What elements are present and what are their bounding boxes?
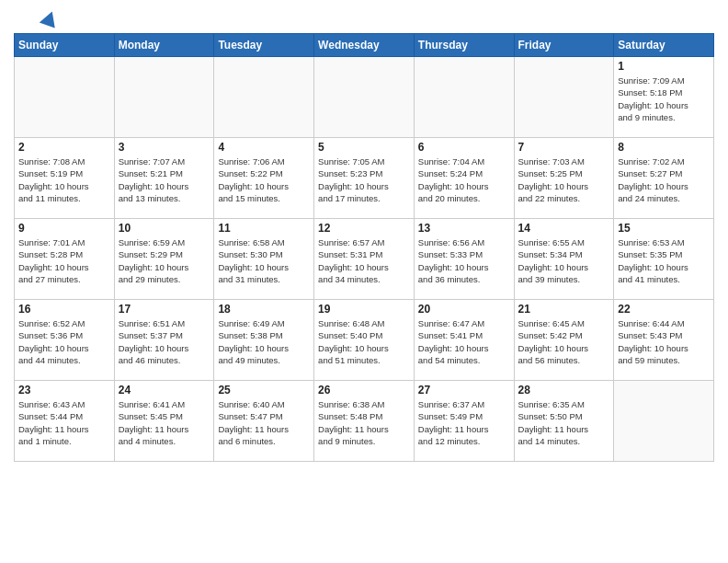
day-info: Sunrise: 6:49 AM Sunset: 5:38 PM Dayligh… [218,317,310,366]
day-info: Sunrise: 6:56 AM Sunset: 5:33 PM Dayligh… [418,236,510,285]
calendar-cell: 25Sunrise: 6:40 AM Sunset: 5:47 PM Dayli… [214,381,314,462]
calendar-week-2: 9Sunrise: 7:01 AM Sunset: 5:28 PM Daylig… [15,219,714,300]
day-number: 23 [18,384,110,396]
day-number: 9 [18,222,110,235]
weekday-header-saturday: Saturday [614,34,714,57]
weekday-header-wednesday: Wednesday [314,34,415,57]
day-number: 4 [218,141,310,154]
calendar-cell: 4Sunrise: 7:06 AM Sunset: 5:22 PM Daylig… [214,138,314,219]
day-info: Sunrise: 6:44 AM Sunset: 5:43 PM Dayligh… [618,317,710,366]
calendar-cell: 26Sunrise: 6:38 AM Sunset: 5:48 PM Dayli… [314,381,415,462]
day-number: 26 [318,384,410,396]
day-info: Sunrise: 6:53 AM Sunset: 5:35 PM Dayligh… [618,236,710,285]
calendar-cell: 3Sunrise: 7:07 AM Sunset: 5:21 PM Daylig… [114,138,214,219]
calendar-cell: 28Sunrise: 6:35 AM Sunset: 5:50 PM Dayli… [514,381,614,462]
calendar-header-row: SundayMondayTuesdayWednesdayThursdayFrid… [15,34,714,57]
calendar-cell: 11Sunrise: 6:58 AM Sunset: 5:30 PM Dayli… [214,219,314,300]
day-info: Sunrise: 6:38 AM Sunset: 5:48 PM Dayligh… [318,398,410,447]
logo [14,13,58,26]
calendar-cell [614,381,714,462]
calendar-cell: 10Sunrise: 6:59 AM Sunset: 5:29 PM Dayli… [114,219,214,300]
day-info: Sunrise: 6:40 AM Sunset: 5:47 PM Dayligh… [218,398,310,447]
calendar-cell: 16Sunrise: 6:52 AM Sunset: 5:36 PM Dayli… [15,300,115,381]
day-info: Sunrise: 7:02 AM Sunset: 5:27 PM Dayligh… [618,155,710,204]
day-info: Sunrise: 7:05 AM Sunset: 5:23 PM Dayligh… [318,155,410,204]
calendar-week-3: 16Sunrise: 6:52 AM Sunset: 5:36 PM Dayli… [15,300,714,381]
calendar-cell: 14Sunrise: 6:55 AM Sunset: 5:34 PM Dayli… [514,219,614,300]
weekday-header-thursday: Thursday [414,34,514,57]
day-number: 15 [618,222,710,235]
calendar-cell: 18Sunrise: 6:49 AM Sunset: 5:38 PM Dayli… [214,300,314,381]
calendar-week-0: 1Sunrise: 7:09 AM Sunset: 5:18 PM Daylig… [15,57,714,138]
calendar-cell: 6Sunrise: 7:04 AM Sunset: 5:24 PM Daylig… [414,138,514,219]
calendar-cell: 17Sunrise: 6:51 AM Sunset: 5:37 PM Dayli… [114,300,214,381]
day-number: 13 [418,222,510,235]
day-number: 11 [218,222,310,235]
calendar-cell: 9Sunrise: 7:01 AM Sunset: 5:28 PM Daylig… [15,219,115,300]
day-info: Sunrise: 6:51 AM Sunset: 5:37 PM Dayligh… [119,317,210,366]
day-info: Sunrise: 6:47 AM Sunset: 5:41 PM Dayligh… [418,317,510,366]
day-number: 10 [119,222,210,235]
day-info: Sunrise: 7:01 AM Sunset: 5:28 PM Dayligh… [18,236,110,285]
calendar-week-1: 2Sunrise: 7:08 AM Sunset: 5:19 PM Daylig… [15,138,714,219]
day-number: 18 [218,303,310,316]
day-info: Sunrise: 7:03 AM Sunset: 5:25 PM Dayligh… [518,155,610,204]
day-number: 27 [418,384,510,396]
calendar-cell: 19Sunrise: 6:48 AM Sunset: 5:40 PM Dayli… [314,300,415,381]
calendar-cell: 2Sunrise: 7:08 AM Sunset: 5:19 PM Daylig… [15,138,115,219]
weekday-header-tuesday: Tuesday [214,34,314,57]
day-number: 3 [119,141,210,154]
calendar-cell: 7Sunrise: 7:03 AM Sunset: 5:25 PM Daylig… [514,138,614,219]
calendar-cell: 15Sunrise: 6:53 AM Sunset: 5:35 PM Dayli… [614,219,714,300]
header [14,9,714,26]
day-info: Sunrise: 7:08 AM Sunset: 5:19 PM Dayligh… [18,155,110,204]
day-info: Sunrise: 7:04 AM Sunset: 5:24 PM Dayligh… [418,155,510,204]
weekday-header-sunday: Sunday [15,34,115,57]
calendar-cell [414,57,514,138]
calendar-week-4: 23Sunrise: 6:43 AM Sunset: 5:44 PM Dayli… [15,381,714,462]
day-number: 20 [418,303,510,316]
calendar-cell: 1Sunrise: 7:09 AM Sunset: 5:18 PM Daylig… [614,57,714,138]
day-number: 5 [318,141,410,154]
day-info: Sunrise: 6:58 AM Sunset: 5:30 PM Dayligh… [218,236,310,285]
day-number: 25 [218,384,310,396]
day-info: Sunrise: 6:43 AM Sunset: 5:44 PM Dayligh… [18,398,110,447]
day-info: Sunrise: 6:35 AM Sunset: 5:50 PM Dayligh… [518,398,610,447]
day-number: 1 [618,60,710,73]
day-number: 2 [18,141,110,154]
calendar-cell: 5Sunrise: 7:05 AM Sunset: 5:23 PM Daylig… [314,138,415,219]
page: SundayMondayTuesdayWednesdayThursdayFrid… [0,0,728,563]
calendar-cell [214,57,314,138]
calendar-cell [15,57,115,138]
day-number: 17 [119,303,210,316]
day-info: Sunrise: 6:41 AM Sunset: 5:45 PM Dayligh… [119,398,210,447]
day-number: 22 [618,303,710,316]
day-number: 6 [418,141,510,154]
day-number: 21 [518,303,610,316]
day-info: Sunrise: 6:55 AM Sunset: 5:34 PM Dayligh… [518,236,610,285]
day-info: Sunrise: 6:57 AM Sunset: 5:31 PM Dayligh… [318,236,410,285]
day-info: Sunrise: 6:48 AM Sunset: 5:40 PM Dayligh… [318,317,410,366]
day-info: Sunrise: 6:59 AM Sunset: 5:29 PM Dayligh… [119,236,210,285]
day-info: Sunrise: 7:06 AM Sunset: 5:22 PM Dayligh… [218,155,310,204]
calendar-cell: 8Sunrise: 7:02 AM Sunset: 5:27 PM Daylig… [614,138,714,219]
calendar-cell [114,57,214,138]
day-info: Sunrise: 6:37 AM Sunset: 5:49 PM Dayligh… [418,398,510,447]
weekday-header-friday: Friday [514,34,614,57]
calendar-table: SundayMondayTuesdayWednesdayThursdayFrid… [14,33,714,462]
weekday-header-monday: Monday [114,34,214,57]
day-number: 14 [518,222,610,235]
day-number: 7 [518,141,610,154]
day-number: 8 [618,141,710,154]
calendar-cell: 22Sunrise: 6:44 AM Sunset: 5:43 PM Dayli… [614,300,714,381]
day-info: Sunrise: 7:07 AM Sunset: 5:21 PM Dayligh… [119,155,210,204]
calendar-cell: 21Sunrise: 6:45 AM Sunset: 5:42 PM Dayli… [514,300,614,381]
day-number: 12 [318,222,410,235]
calendar-cell: 27Sunrise: 6:37 AM Sunset: 5:49 PM Dayli… [414,381,514,462]
day-info: Sunrise: 6:45 AM Sunset: 5:42 PM Dayligh… [518,317,610,366]
calendar-cell [314,57,415,138]
day-number: 19 [318,303,410,316]
calendar-cell: 24Sunrise: 6:41 AM Sunset: 5:45 PM Dayli… [114,381,214,462]
calendar-cell: 20Sunrise: 6:47 AM Sunset: 5:41 PM Dayli… [414,300,514,381]
day-number: 16 [18,303,110,316]
